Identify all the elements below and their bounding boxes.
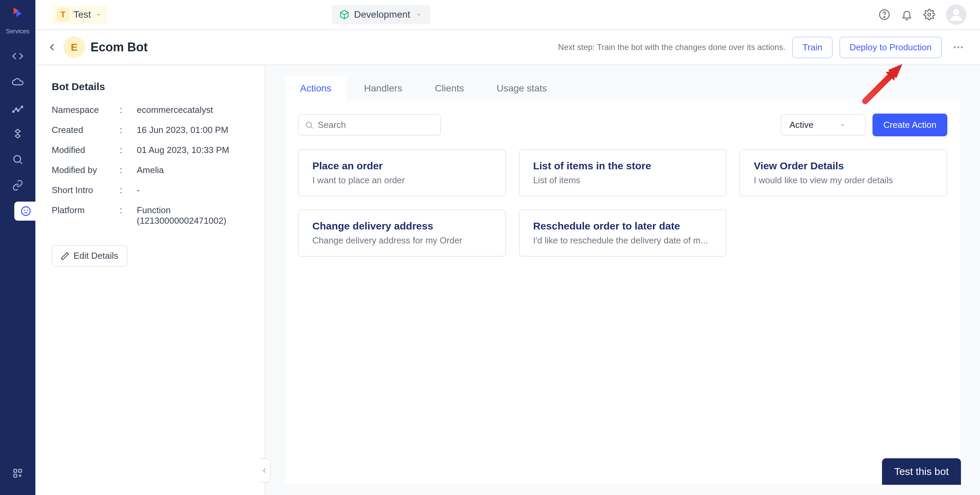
chevron-down-icon bbox=[95, 11, 102, 18]
filter-value: Active bbox=[789, 120, 814, 130]
action-title: View Order Details bbox=[754, 160, 933, 172]
chevron-down-icon bbox=[839, 121, 846, 129]
svg-point-17 bbox=[954, 46, 956, 48]
action-title: Reschedule order to later date bbox=[533, 220, 713, 232]
svg-rect-11 bbox=[19, 470, 22, 473]
brand-logo bbox=[10, 5, 26, 22]
tabs: ActionsHandlersClientsUsage stats bbox=[285, 76, 960, 101]
svg-marker-5 bbox=[15, 134, 20, 138]
svg-point-18 bbox=[957, 46, 959, 48]
svg-marker-4 bbox=[15, 129, 20, 133]
bot-details-panel: Bot Details Namespace:ecommercecatalystC… bbox=[35, 65, 266, 495]
action-desc: Change delivery address for my Order bbox=[312, 235, 492, 246]
org-avatar: T bbox=[56, 8, 69, 21]
edit-details-button[interactable]: Edit Details bbox=[52, 245, 127, 267]
page-title: Ecom Bot bbox=[91, 40, 148, 54]
pencil-icon bbox=[60, 252, 69, 260]
action-card[interactable]: Reschedule order to later dateI'd like t… bbox=[519, 209, 727, 257]
svg-point-9 bbox=[27, 209, 28, 211]
nav-item-code[interactable] bbox=[8, 47, 27, 66]
more-menu[interactable] bbox=[949, 38, 968, 57]
svg-point-16 bbox=[953, 9, 959, 15]
nav-item-apps[interactable] bbox=[8, 464, 27, 483]
svg-point-20 bbox=[306, 122, 311, 127]
svg-point-7 bbox=[21, 207, 30, 216]
tab-handlers[interactable]: Handlers bbox=[349, 76, 417, 101]
detail-row: Short Intro:- bbox=[52, 185, 248, 195]
chevron-down-icon bbox=[415, 11, 423, 18]
svg-point-19 bbox=[961, 46, 963, 48]
tab-usage-stats[interactable]: Usage stats bbox=[482, 76, 562, 101]
nav-item-integrations[interactable] bbox=[8, 124, 27, 143]
back-button[interactable] bbox=[43, 39, 60, 56]
detail-value: - bbox=[137, 185, 248, 195]
tab-clients[interactable]: Clients bbox=[420, 76, 479, 101]
next-step-text: Next step: Train the bot with the change… bbox=[558, 43, 785, 52]
help-icon[interactable] bbox=[878, 9, 890, 21]
action-card[interactable]: Place an orderI want to place an order bbox=[298, 149, 506, 197]
action-desc: I would like to view my order details bbox=[754, 175, 933, 186]
svg-point-6 bbox=[14, 156, 21, 162]
svg-point-1 bbox=[16, 108, 17, 109]
detail-value: Amelia bbox=[137, 165, 248, 175]
page-header: E Ecom Bot Next step: Train the bot with… bbox=[35, 30, 980, 65]
detail-label: Modified by bbox=[52, 165, 120, 175]
search-input-wrapper[interactable] bbox=[298, 114, 441, 136]
nav-item-bot[interactable] bbox=[16, 201, 35, 221]
action-title: Place an order bbox=[312, 160, 492, 172]
nav-item-analytics[interactable] bbox=[8, 98, 27, 117]
tab-actions[interactable]: Actions bbox=[285, 76, 347, 101]
edit-label: Edit Details bbox=[73, 251, 118, 261]
detail-row: Platform:Function (12130000002471002) bbox=[52, 205, 248, 226]
gear-icon[interactable] bbox=[924, 9, 935, 21]
search-icon bbox=[305, 121, 314, 130]
details-heading: Bot Details bbox=[52, 81, 248, 92]
svg-point-3 bbox=[21, 106, 23, 108]
svg-point-8 bbox=[24, 209, 25, 211]
org-selector[interactable]: T Test bbox=[52, 5, 107, 24]
bot-avatar: E bbox=[63, 36, 85, 58]
environment-label: Development bbox=[354, 9, 410, 20]
detail-row: Namespace:ecommercecatalyst bbox=[52, 105, 248, 115]
bell-icon[interactable] bbox=[901, 9, 913, 21]
action-card[interactable]: View Order DetailsI would like to view m… bbox=[740, 149, 947, 197]
create-action-button[interactable]: Create Action bbox=[872, 114, 947, 136]
left-navigation: Services bbox=[0, 0, 35, 495]
detail-label: Namespace bbox=[52, 105, 120, 115]
action-card[interactable]: List of items in the storeList of items bbox=[519, 149, 727, 197]
svg-point-0 bbox=[13, 111, 14, 112]
test-bot-button[interactable]: Test this bot bbox=[882, 458, 961, 485]
svg-point-2 bbox=[18, 110, 19, 111]
detail-label: Created bbox=[52, 125, 120, 135]
detail-value: ecommercecatalyst bbox=[137, 105, 248, 115]
action-title: List of items in the store bbox=[533, 160, 713, 172]
train-button[interactable]: Train bbox=[792, 37, 832, 58]
nav-item-search[interactable] bbox=[8, 150, 27, 169]
nav-item-cloud[interactable] bbox=[8, 72, 27, 92]
detail-label: Short Intro bbox=[52, 185, 120, 195]
action-desc: I want to place an order bbox=[312, 175, 492, 186]
environment-selector[interactable]: Development bbox=[332, 5, 430, 24]
services-label: Services bbox=[6, 28, 29, 35]
detail-label: Platform bbox=[52, 205, 120, 226]
svg-point-14 bbox=[884, 17, 885, 17]
detail-row: Created:16 Jun 2023, 01:00 PM bbox=[52, 125, 248, 135]
user-avatar[interactable] bbox=[946, 5, 966, 25]
detail-value: Function (12130000002471002) bbox=[137, 205, 248, 226]
detail-value: 16 Jun 2023, 01:00 PM bbox=[137, 125, 248, 135]
top-bar: T Test Development bbox=[35, 0, 980, 30]
nav-item-link[interactable] bbox=[8, 176, 27, 195]
detail-row: Modified:01 Aug 2023, 10:33 PM bbox=[52, 145, 248, 155]
deploy-button[interactable]: Deploy to Production bbox=[840, 37, 942, 58]
svg-rect-10 bbox=[14, 470, 17, 473]
svg-rect-12 bbox=[14, 474, 17, 478]
action-card[interactable]: Change delivery addressChange delivery a… bbox=[298, 209, 506, 257]
search-input[interactable] bbox=[318, 120, 434, 130]
action-title: Change delivery address bbox=[312, 220, 492, 232]
cube-icon bbox=[339, 10, 350, 20]
org-name: Test bbox=[73, 9, 91, 20]
action-desc: List of items bbox=[533, 175, 713, 186]
svg-point-15 bbox=[928, 13, 931, 16]
detail-row: Modified by:Amelia bbox=[52, 165, 248, 175]
status-filter[interactable]: Active bbox=[781, 114, 865, 136]
